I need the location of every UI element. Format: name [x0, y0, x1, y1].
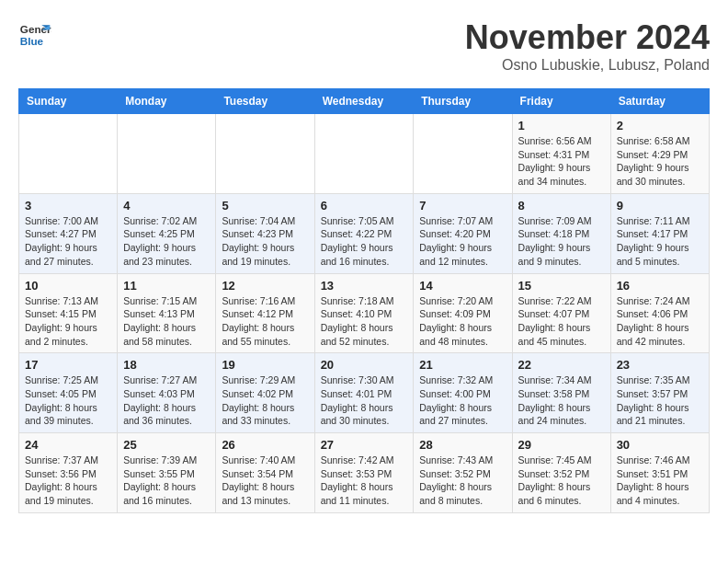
day-info: Sunrise: 7:09 AM Sunset: 4:18 PM Dayligh… — [518, 214, 605, 269]
calendar-cell: 10Sunrise: 7:13 AM Sunset: 4:15 PM Dayli… — [19, 273, 118, 353]
day-info: Sunrise: 7:34 AM Sunset: 3:58 PM Dayligh… — [518, 373, 605, 428]
day-number: 23 — [617, 358, 703, 372]
calendar-cell: 25Sunrise: 7:39 AM Sunset: 3:55 PM Dayli… — [118, 433, 216, 513]
day-number: 5 — [222, 199, 308, 213]
day-number: 29 — [518, 438, 605, 452]
day-info: Sunrise: 7:20 AM Sunset: 4:09 PM Dayligh… — [419, 294, 506, 349]
calendar-cell: 30Sunrise: 7:46 AM Sunset: 3:51 PM Dayli… — [610, 433, 709, 513]
day-number: 20 — [321, 358, 408, 372]
calendar-cell — [314, 114, 414, 194]
calendar-cell: 4Sunrise: 7:02 AM Sunset: 4:25 PM Daylig… — [118, 193, 216, 273]
day-info: Sunrise: 7:05 AM Sunset: 4:22 PM Dayligh… — [321, 214, 408, 269]
day-info: Sunrise: 7:40 AM Sunset: 3:54 PM Dayligh… — [222, 454, 308, 508]
calendar-cell: 22Sunrise: 7:34 AM Sunset: 3:58 PM Dayli… — [512, 353, 610, 433]
week-row-3: 10Sunrise: 7:13 AM Sunset: 4:15 PM Dayli… — [19, 273, 710, 353]
calendar-cell: 20Sunrise: 7:30 AM Sunset: 4:01 PM Dayli… — [314, 353, 414, 433]
weekday-header-row: SundayMondayTuesdayWednesdayThursdayFrid… — [19, 89, 710, 114]
calendar-cell: 11Sunrise: 7:15 AM Sunset: 4:13 PM Dayli… — [118, 273, 216, 353]
calendar-cell — [19, 114, 118, 194]
calendar-cell: 5Sunrise: 7:04 AM Sunset: 4:23 PM Daylig… — [216, 193, 314, 273]
weekday-header-sunday: Sunday — [19, 89, 118, 114]
day-info: Sunrise: 7:29 AM Sunset: 4:02 PM Dayligh… — [222, 373, 308, 428]
day-number: 4 — [123, 199, 210, 213]
day-number: 22 — [518, 358, 605, 372]
calendar-cell: 14Sunrise: 7:20 AM Sunset: 4:09 PM Dayli… — [414, 273, 512, 353]
calendar-cell: 17Sunrise: 7:25 AM Sunset: 4:05 PM Dayli… — [19, 353, 118, 433]
calendar-cell: 6Sunrise: 7:05 AM Sunset: 4:22 PM Daylig… — [314, 193, 414, 273]
day-info: Sunrise: 7:27 AM Sunset: 4:03 PM Dayligh… — [123, 373, 210, 428]
day-info: Sunrise: 7:24 AM Sunset: 4:06 PM Dayligh… — [617, 294, 703, 349]
day-info: Sunrise: 7:11 AM Sunset: 4:17 PM Dayligh… — [617, 214, 703, 269]
calendar: SundayMondayTuesdayWednesdayThursdayFrid… — [18, 88, 710, 513]
day-info: Sunrise: 6:56 AM Sunset: 4:31 PM Dayligh… — [518, 134, 605, 189]
day-info: Sunrise: 7:13 AM Sunset: 4:15 PM Dayligh… — [25, 294, 111, 349]
month-title: November 2024 — [465, 18, 710, 57]
day-number: 3 — [25, 199, 111, 213]
day-info: Sunrise: 7:25 AM Sunset: 4:05 PM Dayligh… — [25, 373, 111, 428]
day-number: 6 — [321, 199, 408, 213]
calendar-cell: 19Sunrise: 7:29 AM Sunset: 4:02 PM Dayli… — [216, 353, 314, 433]
day-number: 19 — [222, 358, 308, 372]
day-info: Sunrise: 7:46 AM Sunset: 3:51 PM Dayligh… — [617, 454, 703, 508]
day-number: 18 — [123, 358, 210, 372]
calendar-cell: 23Sunrise: 7:35 AM Sunset: 3:57 PM Dayli… — [610, 353, 709, 433]
day-info: Sunrise: 7:22 AM Sunset: 4:07 PM Dayligh… — [518, 294, 605, 349]
calendar-cell: 12Sunrise: 7:16 AM Sunset: 4:12 PM Dayli… — [216, 273, 314, 353]
calendar-cell: 15Sunrise: 7:22 AM Sunset: 4:07 PM Dayli… — [512, 273, 610, 353]
day-info: Sunrise: 7:16 AM Sunset: 4:12 PM Dayligh… — [222, 294, 308, 349]
day-info: Sunrise: 7:39 AM Sunset: 3:55 PM Dayligh… — [123, 454, 210, 508]
svg-text:Blue: Blue — [20, 35, 44, 47]
calendar-cell: 3Sunrise: 7:00 AM Sunset: 4:27 PM Daylig… — [19, 193, 118, 273]
day-info: Sunrise: 7:30 AM Sunset: 4:01 PM Dayligh… — [321, 373, 408, 428]
logo-icon: General Blue — [18, 18, 51, 52]
day-number: 10 — [25, 279, 111, 293]
calendar-cell: 28Sunrise: 7:43 AM Sunset: 3:52 PM Dayli… — [414, 433, 512, 513]
calendar-body: 1Sunrise: 6:56 AM Sunset: 4:31 PM Daylig… — [19, 114, 710, 513]
day-number: 28 — [419, 438, 506, 452]
day-number: 27 — [321, 438, 408, 452]
calendar-cell: 13Sunrise: 7:18 AM Sunset: 4:10 PM Dayli… — [314, 273, 414, 353]
day-number: 12 — [222, 279, 308, 293]
day-number: 17 — [25, 358, 111, 372]
calendar-cell: 7Sunrise: 7:07 AM Sunset: 4:20 PM Daylig… — [414, 193, 512, 273]
weekday-header-tuesday: Tuesday — [216, 89, 314, 114]
weekday-header-saturday: Saturday — [610, 89, 709, 114]
day-number: 24 — [25, 438, 111, 452]
calendar-cell: 2Sunrise: 6:58 AM Sunset: 4:29 PM Daylig… — [610, 114, 709, 194]
day-info: Sunrise: 7:00 AM Sunset: 4:27 PM Dayligh… — [25, 214, 111, 269]
day-info: Sunrise: 7:42 AM Sunset: 3:53 PM Dayligh… — [321, 454, 408, 508]
weekday-header-monday: Monday — [118, 89, 216, 114]
day-info: Sunrise: 7:18 AM Sunset: 4:10 PM Dayligh… — [321, 294, 408, 349]
calendar-cell: 29Sunrise: 7:45 AM Sunset: 3:52 PM Dayli… — [512, 433, 610, 513]
day-info: Sunrise: 6:58 AM Sunset: 4:29 PM Dayligh… — [617, 134, 703, 189]
calendar-cell — [414, 114, 512, 194]
day-number: 30 — [617, 438, 703, 452]
day-number: 16 — [617, 279, 703, 293]
day-number: 8 — [518, 199, 605, 213]
weekday-header-wednesday: Wednesday — [314, 89, 414, 114]
day-info: Sunrise: 7:45 AM Sunset: 3:52 PM Dayligh… — [518, 454, 605, 508]
title-area: November 2024 Osno Lubuskie, Lubusz, Pol… — [465, 18, 710, 74]
day-number: 9 — [617, 199, 703, 213]
weekday-header-friday: Friday — [512, 89, 610, 114]
week-row-4: 17Sunrise: 7:25 AM Sunset: 4:05 PM Dayli… — [19, 353, 710, 433]
day-number: 13 — [321, 279, 408, 293]
calendar-cell: 24Sunrise: 7:37 AM Sunset: 3:56 PM Dayli… — [19, 433, 118, 513]
day-info: Sunrise: 7:37 AM Sunset: 3:56 PM Dayligh… — [25, 454, 111, 508]
week-row-2: 3Sunrise: 7:00 AM Sunset: 4:27 PM Daylig… — [19, 193, 710, 273]
day-info: Sunrise: 7:15 AM Sunset: 4:13 PM Dayligh… — [123, 294, 210, 349]
day-number: 25 — [123, 438, 210, 452]
day-number: 11 — [123, 279, 210, 293]
calendar-cell: 1Sunrise: 6:56 AM Sunset: 4:31 PM Daylig… — [512, 114, 610, 194]
calendar-cell — [118, 114, 216, 194]
calendar-cell: 27Sunrise: 7:42 AM Sunset: 3:53 PM Dayli… — [314, 433, 414, 513]
calendar-cell: 18Sunrise: 7:27 AM Sunset: 4:03 PM Dayli… — [118, 353, 216, 433]
calendar-cell: 8Sunrise: 7:09 AM Sunset: 4:18 PM Daylig… — [512, 193, 610, 273]
day-number: 1 — [518, 119, 605, 132]
day-info: Sunrise: 7:43 AM Sunset: 3:52 PM Dayligh… — [419, 454, 506, 508]
header: General Blue November 2024 Osno Lubuskie… — [18, 18, 710, 74]
location-subtitle: Osno Lubuskie, Lubusz, Poland — [465, 57, 710, 74]
day-info: Sunrise: 7:07 AM Sunset: 4:20 PM Dayligh… — [419, 214, 506, 269]
day-info: Sunrise: 7:02 AM Sunset: 4:25 PM Dayligh… — [123, 214, 210, 269]
calendar-cell: 26Sunrise: 7:40 AM Sunset: 3:54 PM Dayli… — [216, 433, 314, 513]
